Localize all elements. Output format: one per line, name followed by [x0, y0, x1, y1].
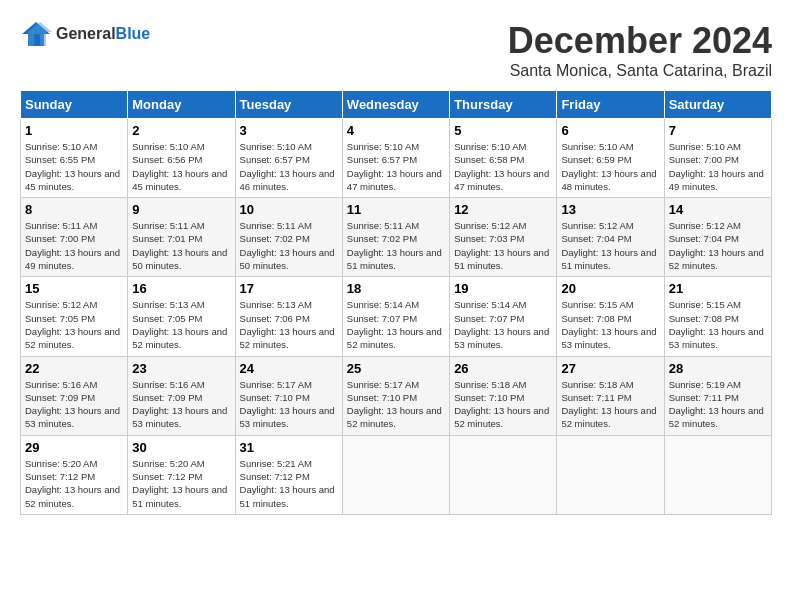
location-title: Santa Monica, Santa Catarina, Brazil [508, 62, 772, 80]
calendar-cell: 11 Sunrise: 5:11 AMSunset: 7:02 PMDaylig… [342, 198, 449, 277]
day-detail: Sunrise: 5:12 AMSunset: 7:04 PMDaylight:… [561, 219, 659, 272]
day-number: 16 [132, 281, 230, 296]
calendar-cell [342, 435, 449, 514]
logo-text: GeneralBlue [56, 25, 150, 43]
calendar-cell [557, 435, 664, 514]
calendar-cell: 4 Sunrise: 5:10 AMSunset: 6:57 PMDayligh… [342, 119, 449, 198]
day-number: 4 [347, 123, 445, 138]
day-number: 31 [240, 440, 338, 455]
calendar-day-header: Monday [128, 91, 235, 119]
calendar-day-header: Friday [557, 91, 664, 119]
calendar-cell: 15 Sunrise: 5:12 AMSunset: 7:05 PMDaylig… [21, 277, 128, 356]
day-detail: Sunrise: 5:10 AMSunset: 6:56 PMDaylight:… [132, 140, 230, 193]
day-detail: Sunrise: 5:10 AMSunset: 6:59 PMDaylight:… [561, 140, 659, 193]
day-detail: Sunrise: 5:19 AMSunset: 7:11 PMDaylight:… [669, 378, 767, 431]
day-detail: Sunrise: 5:12 AMSunset: 7:04 PMDaylight:… [669, 219, 767, 272]
day-number: 2 [132, 123, 230, 138]
logo-blue: Blue [116, 25, 151, 42]
calendar-day-header: Thursday [450, 91, 557, 119]
calendar-cell: 21 Sunrise: 5:15 AMSunset: 7:08 PMDaylig… [664, 277, 771, 356]
day-detail: Sunrise: 5:10 AMSunset: 7:00 PMDaylight:… [669, 140, 767, 193]
day-detail: Sunrise: 5:14 AMSunset: 7:07 PMDaylight:… [347, 298, 445, 351]
day-detail: Sunrise: 5:16 AMSunset: 7:09 PMDaylight:… [25, 378, 123, 431]
page-header: GeneralBlue December 2024 Santa Monica, … [20, 20, 772, 80]
calendar-header-row: SundayMondayTuesdayWednesdayThursdayFrid… [21, 91, 772, 119]
day-number: 5 [454, 123, 552, 138]
day-detail: Sunrise: 5:15 AMSunset: 7:08 PMDaylight:… [561, 298, 659, 351]
calendar-cell: 28 Sunrise: 5:19 AMSunset: 7:11 PMDaylig… [664, 356, 771, 435]
day-number: 24 [240, 361, 338, 376]
day-number: 25 [347, 361, 445, 376]
day-number: 21 [669, 281, 767, 296]
calendar-cell: 1 Sunrise: 5:10 AMSunset: 6:55 PMDayligh… [21, 119, 128, 198]
day-detail: Sunrise: 5:17 AMSunset: 7:10 PMDaylight:… [240, 378, 338, 431]
day-number: 6 [561, 123, 659, 138]
day-detail: Sunrise: 5:12 AMSunset: 7:03 PMDaylight:… [454, 219, 552, 272]
calendar-week-row: 1 Sunrise: 5:10 AMSunset: 6:55 PMDayligh… [21, 119, 772, 198]
day-number: 9 [132, 202, 230, 217]
day-detail: Sunrise: 5:20 AMSunset: 7:12 PMDaylight:… [132, 457, 230, 510]
calendar-week-row: 8 Sunrise: 5:11 AMSunset: 7:00 PMDayligh… [21, 198, 772, 277]
day-number: 20 [561, 281, 659, 296]
calendar-body: 1 Sunrise: 5:10 AMSunset: 6:55 PMDayligh… [21, 119, 772, 515]
calendar-cell: 29 Sunrise: 5:20 AMSunset: 7:12 PMDaylig… [21, 435, 128, 514]
day-number: 30 [132, 440, 230, 455]
day-number: 27 [561, 361, 659, 376]
day-detail: Sunrise: 5:20 AMSunset: 7:12 PMDaylight:… [25, 457, 123, 510]
calendar-cell: 18 Sunrise: 5:14 AMSunset: 7:07 PMDaylig… [342, 277, 449, 356]
day-detail: Sunrise: 5:18 AMSunset: 7:10 PMDaylight:… [454, 378, 552, 431]
calendar-cell: 9 Sunrise: 5:11 AMSunset: 7:01 PMDayligh… [128, 198, 235, 277]
calendar-cell: 5 Sunrise: 5:10 AMSunset: 6:58 PMDayligh… [450, 119, 557, 198]
calendar-week-row: 22 Sunrise: 5:16 AMSunset: 7:09 PMDaylig… [21, 356, 772, 435]
calendar-cell: 27 Sunrise: 5:18 AMSunset: 7:11 PMDaylig… [557, 356, 664, 435]
day-number: 23 [132, 361, 230, 376]
day-number: 26 [454, 361, 552, 376]
day-number: 10 [240, 202, 338, 217]
calendar-cell: 8 Sunrise: 5:11 AMSunset: 7:00 PMDayligh… [21, 198, 128, 277]
calendar-week-row: 29 Sunrise: 5:20 AMSunset: 7:12 PMDaylig… [21, 435, 772, 514]
calendar-cell: 6 Sunrise: 5:10 AMSunset: 6:59 PMDayligh… [557, 119, 664, 198]
day-number: 14 [669, 202, 767, 217]
logo: GeneralBlue [20, 20, 150, 48]
day-number: 13 [561, 202, 659, 217]
day-detail: Sunrise: 5:11 AMSunset: 7:01 PMDaylight:… [132, 219, 230, 272]
calendar-cell: 26 Sunrise: 5:18 AMSunset: 7:10 PMDaylig… [450, 356, 557, 435]
day-detail: Sunrise: 5:13 AMSunset: 7:06 PMDaylight:… [240, 298, 338, 351]
logo-general: General [56, 25, 116, 42]
calendar-cell: 17 Sunrise: 5:13 AMSunset: 7:06 PMDaylig… [235, 277, 342, 356]
day-detail: Sunrise: 5:13 AMSunset: 7:05 PMDaylight:… [132, 298, 230, 351]
day-number: 15 [25, 281, 123, 296]
calendar-table: SundayMondayTuesdayWednesdayThursdayFrid… [20, 90, 772, 515]
calendar-cell: 2 Sunrise: 5:10 AMSunset: 6:56 PMDayligh… [128, 119, 235, 198]
calendar-cell [450, 435, 557, 514]
calendar-week-row: 15 Sunrise: 5:12 AMSunset: 7:05 PMDaylig… [21, 277, 772, 356]
day-number: 8 [25, 202, 123, 217]
calendar-cell: 12 Sunrise: 5:12 AMSunset: 7:03 PMDaylig… [450, 198, 557, 277]
calendar-cell: 25 Sunrise: 5:17 AMSunset: 7:10 PMDaylig… [342, 356, 449, 435]
day-detail: Sunrise: 5:10 AMSunset: 6:57 PMDaylight:… [347, 140, 445, 193]
calendar-cell: 23 Sunrise: 5:16 AMSunset: 7:09 PMDaylig… [128, 356, 235, 435]
day-detail: Sunrise: 5:21 AMSunset: 7:12 PMDaylight:… [240, 457, 338, 510]
day-detail: Sunrise: 5:18 AMSunset: 7:11 PMDaylight:… [561, 378, 659, 431]
calendar-day-header: Tuesday [235, 91, 342, 119]
day-detail: Sunrise: 5:12 AMSunset: 7:05 PMDaylight:… [25, 298, 123, 351]
day-detail: Sunrise: 5:10 AMSunset: 6:57 PMDaylight:… [240, 140, 338, 193]
day-number: 29 [25, 440, 123, 455]
day-number: 17 [240, 281, 338, 296]
calendar-day-header: Saturday [664, 91, 771, 119]
calendar-cell: 14 Sunrise: 5:12 AMSunset: 7:04 PMDaylig… [664, 198, 771, 277]
day-detail: Sunrise: 5:17 AMSunset: 7:10 PMDaylight:… [347, 378, 445, 431]
day-detail: Sunrise: 5:16 AMSunset: 7:09 PMDaylight:… [132, 378, 230, 431]
day-number: 28 [669, 361, 767, 376]
calendar-cell: 20 Sunrise: 5:15 AMSunset: 7:08 PMDaylig… [557, 277, 664, 356]
title-section: December 2024 Santa Monica, Santa Catari… [508, 20, 772, 80]
calendar-day-header: Sunday [21, 91, 128, 119]
day-detail: Sunrise: 5:14 AMSunset: 7:07 PMDaylight:… [454, 298, 552, 351]
calendar-day-header: Wednesday [342, 91, 449, 119]
calendar-cell: 7 Sunrise: 5:10 AMSunset: 7:00 PMDayligh… [664, 119, 771, 198]
calendar-cell [664, 435, 771, 514]
day-detail: Sunrise: 5:11 AMSunset: 7:02 PMDaylight:… [347, 219, 445, 272]
day-number: 18 [347, 281, 445, 296]
day-number: 22 [25, 361, 123, 376]
calendar-cell: 31 Sunrise: 5:21 AMSunset: 7:12 PMDaylig… [235, 435, 342, 514]
